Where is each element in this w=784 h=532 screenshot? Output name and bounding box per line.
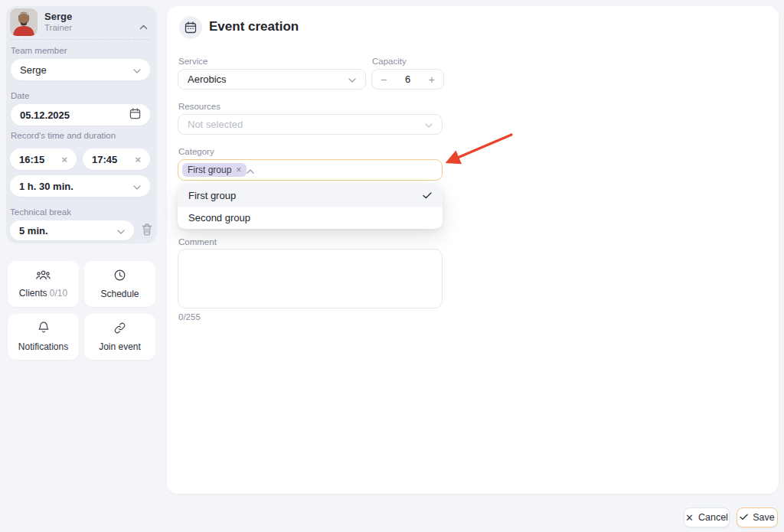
save-button[interactable]: Save (737, 508, 778, 527)
chevron-down-icon (348, 73, 356, 85)
team-member-label: Team member (11, 46, 67, 55)
team-member-select[interactable]: Serge (11, 59, 150, 80)
event-creation-panel: Event creation Service Aerobics Capacity… (167, 6, 779, 494)
capacity-label: Capacity (372, 57, 407, 66)
technical-break-value: 5 min. (19, 225, 48, 237)
clients-label-text: Clients (19, 288, 47, 299)
resources-select[interactable]: Not selected (178, 114, 443, 135)
date-label: Date (11, 91, 29, 100)
notifications-card[interactable]: Notifications (8, 314, 79, 360)
chevron-down-icon (133, 181, 141, 192)
start-time-input[interactable]: 16:15 × (10, 149, 77, 170)
comment-textarea[interactable] (178, 249, 443, 308)
bell-icon (38, 321, 49, 337)
option-first-group[interactable]: First group (178, 184, 443, 207)
capacity-decrease-button[interactable]: − (381, 73, 387, 86)
user-role: Trainer (44, 23, 72, 32)
schedule-card[interactable]: Schedule (84, 261, 155, 307)
page-title: Event creation (209, 19, 299, 34)
date-value: 05.12.2025 (20, 109, 70, 121)
service-label: Service (178, 57, 207, 66)
service-value: Aerobics (188, 73, 227, 85)
calendar-icon (129, 108, 141, 122)
category-options-dropdown: First group Second group (178, 184, 443, 229)
resources-placeholder: Not selected (188, 119, 243, 130)
collapse-chevron-up-icon[interactable] (139, 19, 148, 33)
clear-start-time-icon[interactable]: × (61, 155, 67, 165)
action-cards: Clients 0/10 Schedule Notifications Join… (8, 261, 155, 360)
divider (11, 39, 150, 40)
clients-card[interactable]: Clients 0/10 (8, 261, 79, 307)
category-tag-label: First group (188, 165, 231, 175)
people-icon (36, 269, 51, 283)
end-time-value: 17:45 (92, 154, 117, 165)
user-name: Serge (44, 11, 72, 22)
clients-card-label: Clients 0/10 (19, 288, 67, 299)
remove-tag-icon[interactable]: × (236, 165, 241, 175)
avatar (10, 8, 38, 36)
capacity-stepper: − 6 + (371, 69, 444, 90)
resources-label: Resources (178, 102, 220, 111)
notifications-card-label: Notifications (18, 341, 68, 352)
chevron-down-icon (133, 64, 141, 76)
cancel-button-label: Cancel (698, 512, 728, 523)
clear-end-time-icon[interactable]: × (135, 155, 141, 165)
chevron-up-icon[interactable] (247, 163, 254, 177)
option-second-group-label: Second group (188, 212, 250, 224)
option-second-group[interactable]: Second group (178, 207, 443, 229)
check-icon (423, 190, 432, 201)
technical-break-select[interactable]: 5 min. (10, 220, 134, 240)
check-icon (740, 512, 748, 523)
link-icon (114, 322, 126, 337)
close-icon: ✕ (685, 513, 694, 523)
category-multiselect[interactable]: First group × (178, 159, 443, 181)
capacity-increase-button[interactable]: + (429, 73, 435, 86)
clients-count-badge: 0/10 (50, 288, 67, 299)
save-button-label: Save (753, 512, 775, 523)
category-tag: First group × (182, 163, 247, 177)
technical-break-label: Technical break (10, 207, 71, 217)
team-member-value: Serge (20, 64, 47, 76)
category-label: Category (178, 147, 214, 156)
event-calendar-icon (179, 16, 202, 39)
option-first-group-label: First group (188, 190, 236, 201)
clock-icon (114, 269, 126, 284)
comment-label: Comment (178, 237, 217, 246)
cancel-button[interactable]: ✕ Cancel (684, 508, 730, 527)
start-time-value: 16:15 (19, 154, 44, 165)
join-event-card-label: Join event (99, 341, 141, 352)
trainer-sidebar-panel: Serge Trainer Team member Serge Date 05.… (6, 6, 157, 243)
comment-char-counter: 0/255 (178, 312, 201, 321)
date-input[interactable]: 05.12.2025 (11, 104, 150, 126)
duration-value: 1 h. 30 min. (19, 181, 74, 192)
record-time-label: Record's time and duration (11, 131, 116, 140)
join-event-card[interactable]: Join event (84, 314, 155, 360)
capacity-value: 6 (405, 73, 410, 85)
end-time-input[interactable]: 17:45 × (83, 149, 150, 170)
duration-select[interactable]: 1 h. 30 min. (10, 175, 150, 197)
chevron-down-icon (117, 225, 125, 237)
delete-break-trash-icon[interactable] (142, 224, 152, 239)
schedule-card-label: Schedule (100, 289, 139, 299)
chevron-down-icon (425, 119, 433, 130)
service-select[interactable]: Aerobics (178, 69, 366, 90)
